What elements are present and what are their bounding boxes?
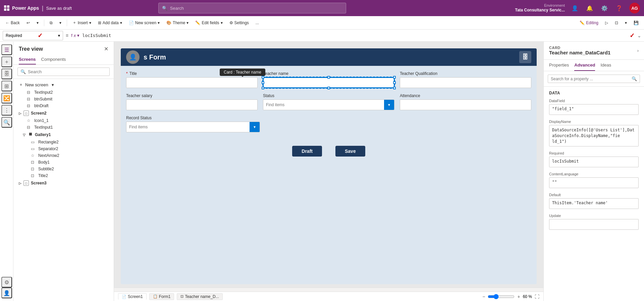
global-search[interactable]: 🔍: [158, 3, 346, 13]
preview-button[interactable]: ▷: [602, 19, 611, 27]
more-button[interactable]: ...: [253, 19, 262, 27]
formula-input[interactable]: [82, 31, 624, 40]
share-button[interactable]: ⊡: [612, 19, 621, 27]
tree-search-input[interactable]: [28, 69, 107, 74]
attendance-input[interactable]: [400, 99, 531, 110]
record-status-input[interactable]: [126, 125, 250, 129]
label-icon3: ⊡: [31, 173, 36, 178]
tree-item-arrow2[interactable]: ☆ NextArrow2: [13, 152, 114, 159]
insert-nav-icon[interactable]: ＋: [1, 56, 12, 67]
undo-button[interactable]: ↩: [24, 19, 33, 27]
account-nav-icon[interactable]: 👤: [1, 288, 12, 298]
required-value[interactable]: locIsSubmit: [549, 157, 639, 167]
status-input[interactable]: [263, 102, 384, 107]
dropdown2[interactable]: ▾: [622, 19, 630, 27]
notifications-icon[interactable]: 🔔: [585, 4, 594, 13]
tree-item-textinput1[interactable]: ⊟ TextInput1: [13, 124, 114, 131]
salary-input[interactable]: [126, 99, 258, 110]
tree-screen2[interactable]: ▷ □ Screen2: [13, 109, 114, 117]
save-draft-label[interactable]: Save as draft: [46, 6, 72, 11]
copy-button[interactable]: ⧉: [47, 19, 55, 27]
status-dropdown[interactable]: ▾: [263, 99, 394, 110]
app-name: Power Apps: [12, 5, 39, 11]
screen-tab-form1[interactable]: 📋 Form1: [149, 293, 174, 300]
data-nav-icon[interactable]: 🗄: [1, 69, 12, 79]
save-button[interactable]: 💾: [631, 19, 641, 27]
draft-button[interactable]: Draft: [292, 146, 322, 157]
tree-item-btndraft[interactable]: ⊟ btnDraft: [13, 102, 114, 109]
property-dropdown[interactable]: Required ✓ ▾: [3, 31, 63, 40]
settings-nav-icon[interactable]: ⚙: [1, 277, 12, 288]
default-value[interactable]: ThisItem.'Teacher name': [549, 198, 639, 209]
form-buttons: Draft Save: [126, 146, 531, 157]
save-form-button[interactable]: Save: [335, 146, 365, 157]
theme-button[interactable]: 🎨 Theme ▾: [164, 19, 191, 27]
property-search-input[interactable]: [551, 77, 630, 81]
tab-components[interactable]: Components: [41, 55, 66, 64]
tab-advanced[interactable]: Advanced: [574, 60, 595, 71]
tree-gallery1[interactable]: ▽ ▦ Gallery1: [13, 131, 114, 139]
new-screen-button-tree[interactable]: ＋ New screen ▾: [13, 80, 114, 89]
app-logo[interactable]: Power Apps | Save as draft: [4, 5, 72, 12]
right-search-box[interactable]: 🔍: [548, 75, 640, 83]
undo-dropdown[interactable]: ▾: [34, 19, 41, 27]
qualification-input[interactable]: [400, 77, 531, 88]
help-icon[interactable]: ❓: [614, 4, 624, 13]
tree-item-textinput2[interactable]: ⊟ TextInput2: [13, 89, 114, 96]
record-status-arrow[interactable]: ▾: [250, 122, 260, 132]
fx-button[interactable]: fx ▾: [71, 33, 79, 38]
tree-header: Tree view ✕: [13, 42, 114, 55]
canvas-scrollbar-x[interactable]: [114, 288, 543, 292]
avatar[interactable]: AG: [629, 3, 640, 13]
right-panel-expand-icon[interactable]: ›: [637, 48, 639, 53]
new-screen-button[interactable]: 📄 New screen ▾: [126, 19, 162, 27]
back-icon: ←: [5, 20, 9, 25]
variables-nav-icon[interactable]: 🔀: [1, 93, 12, 103]
tree-item-icon1[interactable]: ☆ Icon1_1: [13, 117, 114, 124]
copy-dropdown[interactable]: ▾: [57, 19, 64, 27]
settings-button[interactable]: ⚙ Settings: [227, 19, 252, 27]
tree-item-rect2[interactable]: ▭ Rectangle2: [13, 139, 114, 145]
tree-close-icon[interactable]: ✕: [104, 46, 108, 52]
teacher-name-input[interactable]: [263, 77, 394, 88]
tab-screens[interactable]: Screens: [19, 55, 36, 64]
zoom-in-button[interactable]: +: [517, 294, 520, 299]
back-button[interactable]: ← Back: [3, 19, 22, 27]
edit-fields-button[interactable]: ✏️ Edit fields ▾: [193, 19, 225, 27]
screen-tab-teacher[interactable]: ⊡ Teacher name_D...: [177, 293, 222, 300]
record-status-dropdown[interactable]: ▾: [126, 122, 260, 132]
btn-icon: ⊟: [27, 97, 32, 101]
tree-item-body1[interactable]: ⊡ Body1: [13, 159, 114, 166]
editing-button[interactable]: ✏️ Editing: [577, 19, 601, 27]
displayname-value[interactable]: DataSourceInfo([@'Users List'],DataSourc…: [549, 125, 639, 146]
add-data-button[interactable]: ⊞ Add data ▾: [95, 19, 125, 27]
contentlanguage-value[interactable]: "": [549, 177, 639, 188]
tree-item-sep2[interactable]: ▭ Separator2: [13, 145, 114, 152]
tree-search-box[interactable]: 🔍: [17, 68, 110, 76]
tree-view-icon[interactable]: ☰: [1, 44, 12, 55]
update-value[interactable]: [549, 219, 639, 230]
search-nav-icon[interactable]: 🔍: [1, 117, 12, 128]
tree-screen3[interactable]: ▷ □ Screen3: [13, 179, 114, 187]
components-nav-icon[interactable]: ⊞: [1, 81, 12, 91]
tree-item-subtitle2[interactable]: ⊡ Subtitle2: [13, 166, 114, 172]
tree-item-title2[interactable]: ⊡ Title2: [13, 172, 114, 179]
media-nav-icon[interactable]: ⋮: [1, 105, 12, 116]
title-input[interactable]: [126, 77, 258, 88]
tab-ideas[interactable]: Ideas: [600, 60, 611, 71]
formula-expand-icon[interactable]: ⌄: [637, 33, 641, 38]
new-screen-dropdown[interactable]: ▾: [52, 82, 54, 87]
tree-search-area: 🔍: [13, 65, 114, 79]
status-arrow[interactable]: ▾: [384, 100, 394, 110]
datafield-value[interactable]: "field_1": [549, 104, 639, 115]
fit-screen-icon[interactable]: ⛶: [535, 294, 539, 299]
insert-button[interactable]: ＋ Insert ▾: [70, 18, 94, 27]
settings-icon[interactable]: ⚙️: [600, 4, 609, 13]
zoom-slider[interactable]: [488, 294, 515, 299]
tree-item-btnsubmit[interactable]: ⊟ btnSubmit: [13, 96, 114, 102]
screen-tab-screen1[interactable]: 📄 Screen1: [118, 293, 147, 300]
zoom-out-button[interactable]: −: [482, 294, 485, 299]
tab-properties[interactable]: Properties: [549, 60, 569, 71]
profile-icon[interactable]: 👤: [570, 4, 580, 13]
search-input[interactable]: [170, 6, 342, 11]
